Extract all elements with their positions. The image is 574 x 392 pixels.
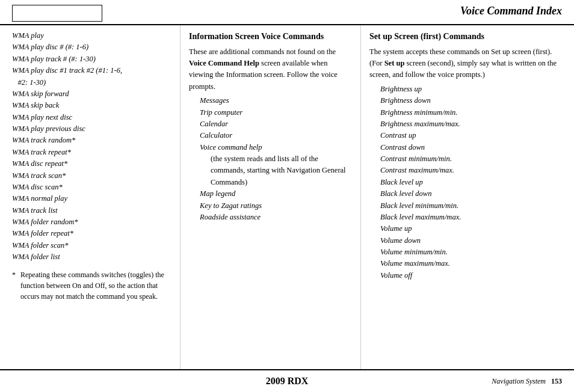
right-section-title: Set up Screen (first) Commands — [369, 30, 562, 43]
list-item: WMA play — [12, 30, 171, 41]
list-item: Volume down — [380, 235, 562, 247]
middle-intro: These are additional commands not found … — [189, 46, 352, 93]
footer-nav-label: Navigation System — [492, 377, 546, 385]
list-item: WMA folder repeat* — [12, 228, 171, 239]
list-item: WMA play disc # (#: 1-6) — [12, 41, 171, 53]
footer-page-number: 153 — [551, 377, 562, 385]
right-list: Brightness up Brightness down Brightness… — [369, 84, 562, 281]
footnote: * Repeating these commands switches (tog… — [12, 269, 171, 302]
list-item: Map legend — [200, 188, 352, 200]
middle-section-title: Information Screen Voice Commands — [189, 30, 352, 43]
middle-list: Messages Trip computer Calendar Calculat… — [189, 95, 352, 223]
list-item: WMA disc repeat* — [12, 158, 171, 170]
list-item: Volume up — [380, 223, 562, 234]
list-item: Calendar — [200, 118, 352, 130]
list-item: Volume maximum/max. — [380, 258, 562, 269]
list-item: WMA skip forward — [12, 88, 171, 100]
middle-column: Information Screen Voice Commands These … — [181, 25, 361, 369]
list-item: WMA disc scan* — [12, 182, 171, 193]
list-item: WMA folder random* — [12, 216, 171, 228]
page-title: Voice Command Index — [460, 5, 562, 17]
list-item: WMA play track # (#: 1-30) — [12, 54, 171, 65]
list-item: Black level minimum/min. — [380, 200, 562, 212]
right-intro: The system accepts these commands on Set… — [369, 46, 562, 81]
list-item: Black level up — [380, 177, 562, 188]
content-area: WMA play WMA play disc # (#: 1-6) WMA pl… — [0, 25, 574, 369]
list-item: Brightness maximum/max. — [380, 118, 562, 130]
list-item-note: (the system reads and lists all of the c… — [211, 153, 352, 188]
list-item: Trip computer — [200, 107, 352, 118]
list-item: WMA track scan* — [12, 170, 171, 182]
footer-center: 2009 RDX — [132, 376, 442, 387]
list-item: Volume minimum/min. — [380, 247, 562, 258]
list-item: Black level maximum/max. — [380, 212, 562, 223]
list-item: Black level down — [380, 188, 562, 200]
list-item: Contrast maximum/max. — [380, 165, 562, 176]
list-item: WMA track repeat* — [12, 147, 171, 158]
list-item: WMA play previous disc — [12, 123, 171, 135]
list-item: Roadside assistance — [200, 212, 352, 223]
header: Voice Command Index — [0, 0, 574, 25]
list-item: WMA track random* — [12, 135, 171, 146]
list-item: Contrast down — [380, 142, 562, 153]
list-item: Brightness down — [380, 95, 562, 106]
list-item: WMA play disc #1 track #2 (#1: 1-6, #2: … — [12, 65, 171, 88]
list-item: Volume off — [380, 270, 562, 281]
list-item: Calculator — [200, 130, 352, 141]
list-item: Contrast minimum/min. — [380, 153, 562, 165]
list-item: WMA folder scan* — [12, 240, 171, 251]
list-item: Voice command help — [200, 142, 352, 153]
list-item: WMA track list — [12, 205, 171, 216]
footnote-text: Repeating these commands switches (toggl… — [20, 269, 171, 302]
list-item: WMA folder list — [12, 251, 171, 263]
footnote-star: * — [12, 269, 20, 302]
page-wrapper: Voice Command Index WMA play WMA play di… — [0, 0, 574, 392]
list-item: Brightness up — [380, 84, 562, 95]
header-box — [12, 5, 102, 22]
footer: 2009 RDX Navigation System 153 — [0, 369, 574, 392]
footer-right: Navigation System 153 — [442, 377, 562, 386]
list-item: WMA play next disc — [12, 112, 171, 123]
list-item: WMA normal play — [12, 193, 171, 204]
list-item: Brightness minimum/min. — [380, 107, 562, 118]
list-item: WMA skip back — [12, 100, 171, 111]
left-col-items: WMA play WMA play disc # (#: 1-6) WMA pl… — [12, 30, 171, 263]
list-item: Messages — [200, 95, 352, 106]
left-column: WMA play WMA play disc # (#: 1-6) WMA pl… — [0, 25, 181, 369]
list-item: Key to Zagat ratings — [200, 200, 352, 212]
right-column: Set up Screen (first) Commands The syste… — [361, 25, 574, 369]
list-item: Contrast up — [380, 130, 562, 141]
